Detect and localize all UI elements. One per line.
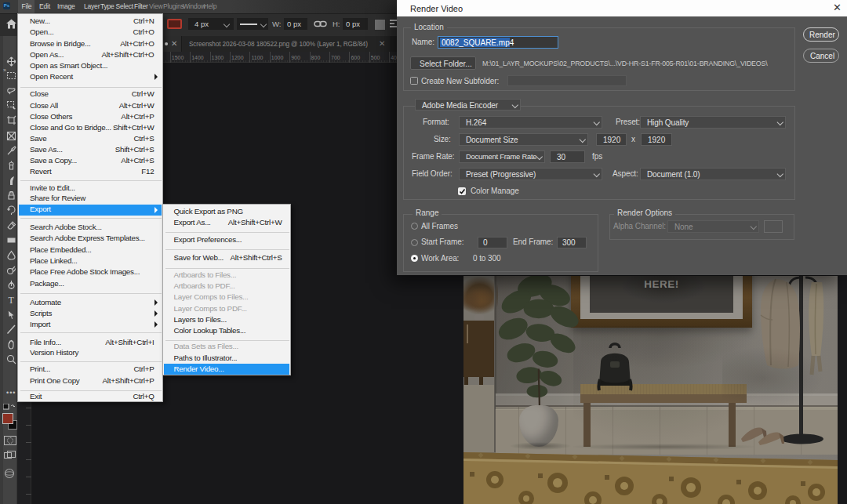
svg-text:T: T	[9, 295, 15, 305]
